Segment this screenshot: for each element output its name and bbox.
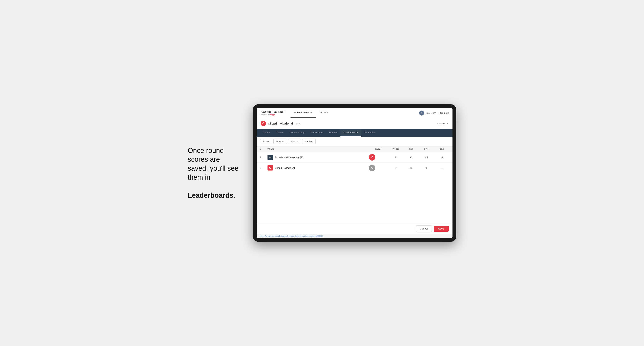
logo-title: SCOREBOARD xyxy=(260,110,285,114)
rd2-1: +5 xyxy=(419,156,434,159)
bottom-bar: Cancel Save xyxy=(257,223,452,234)
tab-teams[interactable]: Teams xyxy=(274,129,287,137)
status-url: https://stage-blue-coach.stagesCoreboard… xyxy=(260,235,323,237)
tablet-frame: SCOREBOARD Powered by clippd Tournaments… xyxy=(253,104,456,242)
user-area: S Test User | Sign out xyxy=(419,111,449,116)
rd3-2: +3 xyxy=(434,167,450,169)
bottom-save-button[interactable]: Save xyxy=(434,226,449,232)
score-badge-1: -5 xyxy=(369,154,375,161)
svg-text:SB: SB xyxy=(269,157,271,159)
tournament-icon: C xyxy=(260,121,266,126)
team-name-1: Scoreboard University [A] xyxy=(275,156,303,159)
col-rd2: RD2 xyxy=(419,148,434,150)
sidebar-description: Once round scores are saved, you'll see … xyxy=(188,146,242,200)
sidebar-text-bold: Leaderboards xyxy=(188,191,233,199)
filter-strokes-button[interactable]: Strokes xyxy=(302,139,316,144)
thru-2: F xyxy=(388,167,403,169)
logo-powered: Powered by clippd xyxy=(260,114,285,116)
filter-players-button[interactable]: Players xyxy=(274,139,287,144)
total-1: -5 xyxy=(369,154,388,161)
table-row: 1 SB Scoreboard University [A] -5 xyxy=(257,152,452,163)
logo-area: SCOREBOARD Powered by clippd xyxy=(260,110,285,116)
score-badge-2: +3 xyxy=(369,165,375,171)
leaderboard-table: # TEAM TOTAL THRU RD1 RD2 RD3 1 xyxy=(257,147,452,173)
bottom-cancel-button[interactable]: Cancel xyxy=(416,225,432,232)
tournament-cancel-button[interactable]: Cancel ✕ xyxy=(438,122,449,125)
table-header: # TEAM TOTAL THRU RD1 RD2 RD3 xyxy=(257,147,452,152)
team-cell-1: SB Scoreboard University [A] xyxy=(268,155,369,160)
col-rd3: RD3 xyxy=(434,148,450,150)
rank-2: 2 xyxy=(260,167,268,169)
sub-tabs-bar: Details Teams Course Setup Tee Groups Re… xyxy=(257,129,452,137)
tournament-title-area: C Clippd Invitational (Men) xyxy=(260,121,301,126)
tab-results[interactable]: Results xyxy=(326,129,340,137)
team-cell-2: C Clippd College [A] xyxy=(268,165,369,171)
tab-course-setup[interactable]: Course Setup xyxy=(287,129,308,137)
tournament-name: Clippd Invitational xyxy=(268,122,293,125)
tab-leaderboards[interactable]: Leaderboards xyxy=(340,129,362,137)
tournament-gender: (Men) xyxy=(295,122,301,125)
user-avatar: S xyxy=(419,111,424,116)
total-2: +3 xyxy=(369,165,388,171)
team-logo-1: SB xyxy=(268,155,273,160)
top-nav: SCOREBOARD Powered by clippd Tournaments… xyxy=(257,108,452,118)
user-name: Test User xyxy=(426,112,436,114)
sign-out-link[interactable]: Sign out xyxy=(440,112,449,114)
rd1-2: +8 xyxy=(403,167,419,169)
tab-printables[interactable]: Printables xyxy=(361,129,378,137)
filter-scores-button[interactable]: Scores xyxy=(288,139,301,144)
rank-1: 1 xyxy=(260,156,268,159)
team-name-2: Clippd College [A] xyxy=(275,167,295,169)
filter-bar: Teams Players Scores Strokes xyxy=(257,137,452,147)
rd1-1: -4 xyxy=(403,156,419,159)
tablet-screen: SCOREBOARD Powered by clippd Tournaments… xyxy=(257,108,452,238)
tab-details[interactable]: Details xyxy=(260,129,274,137)
col-thru: THRU xyxy=(388,148,403,150)
content-area xyxy=(257,173,452,223)
col-rank: # xyxy=(260,148,268,150)
col-team: TEAM xyxy=(268,148,369,150)
team-logo-2: C xyxy=(268,165,273,171)
status-bar: https://stage-blue-coach.stagesCoreboard… xyxy=(257,234,452,238)
col-total: TOTAL xyxy=(369,148,388,150)
rd3-1: -6 xyxy=(434,156,450,159)
cancel-x-icon: ✕ xyxy=(446,122,449,125)
thru-1: F xyxy=(388,156,403,159)
nav-teams[interactable]: Teams xyxy=(316,108,332,118)
col-rd1: RD1 xyxy=(403,148,419,150)
table-row: 2 C Clippd College [A] +3 F +8 -8 +3 xyxy=(257,163,452,173)
sb-logo-icon: SB xyxy=(268,156,272,159)
tab-tee-groups[interactable]: Tee Groups xyxy=(308,129,326,137)
sidebar-text-line1: Once round scores are saved, you'll see … xyxy=(188,147,238,181)
main-nav: Tournaments Teams xyxy=(290,108,419,118)
rd2-2: -8 xyxy=(419,167,434,169)
filter-teams-button[interactable]: Teams xyxy=(260,139,272,144)
nav-tournaments[interactable]: Tournaments xyxy=(290,108,316,118)
tournament-header: C Clippd Invitational (Men) Cancel ✕ xyxy=(257,118,452,129)
